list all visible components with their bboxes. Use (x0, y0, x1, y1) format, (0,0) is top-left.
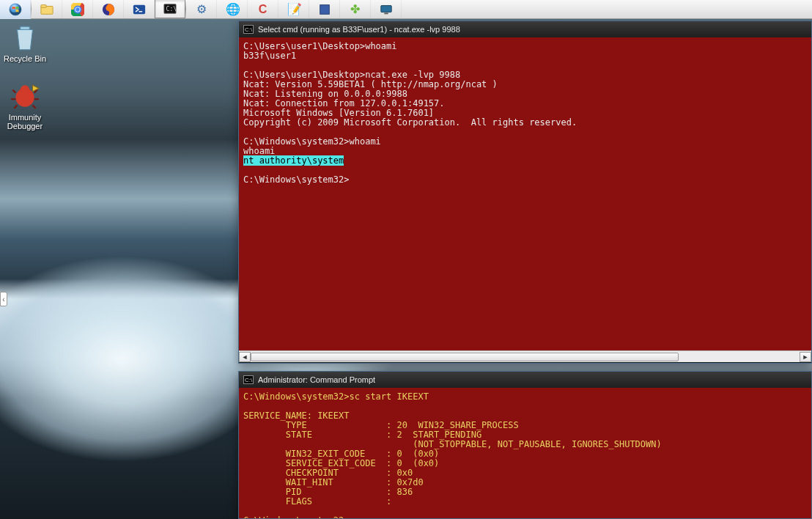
term-line: whoami (243, 146, 275, 156)
immunity-debugger[interactable]: Immunity Debugger (0, 81, 51, 130)
taskbar-monitor[interactable] (371, 0, 402, 18)
term-line: C:\Windows\system32> (243, 174, 350, 185)
term-line: Ncat: Listening on 0.0.0.0:9988 (243, 89, 407, 99)
svg-point-8 (75, 7, 79, 11)
term-line: TYPE : 20 WIN32_SHARE_PROCESS (243, 420, 519, 430)
ncat-title: Select cmd (running as B33F\user1) - nca… (258, 25, 460, 34)
term-line: CHECKPOINT : 0x0 (243, 468, 413, 478)
admin-terminal[interactable]: C:\Windows\system32>sc start IKEEXT SERV… (239, 388, 811, 518)
term-line: Ncat: Connection from 127.0.0.1:49157. (243, 98, 445, 108)
ccleaner-icon: C (256, 3, 270, 16)
taskbar-chrome[interactable] (62, 0, 93, 18)
taskbar-notepad[interactable]: 📝 (278, 0, 309, 18)
term-line: FLAGS : (243, 496, 391, 507)
term-line: PID : 836 (243, 487, 413, 497)
globe-icon: 🌐 (226, 3, 239, 16)
immunity-debugger-icon (10, 81, 40, 111)
cmd-window-icon: C:\ (243, 25, 254, 34)
left-edge-handle[interactable]: ‹ (0, 292, 7, 306)
term-line: WAIT_HINT : 0x7d0 (243, 477, 424, 487)
svg-rect-15 (384, 12, 388, 14)
ncat-titlebar[interactable]: C:\ Select cmd (running as B33F\user1) -… (239, 21, 811, 37)
scroll-right-button[interactable]: ► (800, 352, 811, 362)
term-line: Ncat: Version 5.59BETA1 ( http://nmap.or… (243, 79, 498, 89)
svg-rect-2 (40, 4, 45, 7)
term-line: SERVICE_EXIT_CODE : 0 (0x0) (243, 458, 439, 468)
term-line: SERVICE_NAME: IKEEXT (243, 411, 350, 421)
svg-point-18 (21, 85, 30, 95)
scroll-track[interactable] (251, 352, 800, 362)
admin-cmd-window[interactable]: C:\ Administrator: Command Prompt C:\Win… (238, 371, 812, 519)
term-line: Copyright (c) 2009 Microsoft Corporation… (243, 117, 577, 128)
cmd-window-icon: C:\ (243, 375, 254, 384)
file-explorer-icon (40, 3, 53, 16)
scroll-left-button[interactable]: ◄ (239, 352, 251, 362)
ncat-terminal[interactable]: C:\Users\user1\Desktop>whoami b33f\user1… (239, 37, 811, 350)
term-line: b33f\user1 (243, 51, 296, 61)
taskbar-clover[interactable]: ✤ (340, 0, 371, 18)
term-line: C:\Users\user1\Desktop>ncat.exe -lvp 998… (243, 70, 460, 80)
immunity-debugger-label: Immunity Debugger (0, 113, 51, 130)
term-line: C:\Windows\system32>whoami (243, 136, 381, 147)
svg-point-0 (9, 4, 21, 15)
start-button[interactable] (0, 0, 31, 19)
notepad-icon: 📝 (287, 3, 300, 16)
tools-icon: ⚙ (195, 3, 208, 16)
cmd-icon: C:\ (163, 2, 177, 15)
powershell-icon (133, 3, 146, 16)
recycle-bin-icon (10, 22, 40, 53)
clover-icon: ✤ (349, 3, 362, 16)
term-line: C:\Windows\system32> (243, 515, 350, 518)
taskbar: C:\ ⚙ 🌐 C 📝 ✤ (0, 0, 812, 19)
svg-rect-14 (380, 5, 391, 12)
firefox-icon (102, 3, 115, 16)
ncat-window[interactable]: C:\ Select cmd (running as B33F\user1) -… (238, 21, 812, 364)
admin-title: Administrator: Command Prompt (258, 375, 375, 384)
scroll-thumb[interactable] (251, 353, 679, 361)
taskbar-powershell[interactable] (124, 0, 155, 18)
app-icon-blue (318, 3, 331, 16)
taskbar-ccleaner[interactable]: C (248, 0, 278, 18)
taskbar-file-explorer[interactable] (32, 0, 62, 18)
taskbar-cmd[interactable]: C:\ (155, 0, 185, 18)
svg-rect-16 (21, 26, 30, 29)
taskbar-app-blue[interactable] (309, 0, 340, 18)
windows-orb-icon (9, 3, 22, 16)
svg-text:C:\: C:\ (166, 5, 177, 12)
term-line: Microsoft Windows [Version 6.1.7601] (243, 108, 434, 118)
taskbar-tools[interactable]: ⚙ (186, 0, 217, 18)
taskbar-firefox[interactable] (93, 0, 124, 18)
recycle-bin-label: Recycle Bin (4, 54, 46, 63)
horizontal-scrollbar[interactable]: ◄ ► (239, 350, 811, 362)
taskbar-globe[interactable]: 🌐 (217, 0, 248, 18)
svg-rect-13 (320, 4, 329, 14)
term-line: C:\Users\user1\Desktop>whoami (243, 41, 397, 51)
term-line: (NOT_STOPPABLE, NOT_PAUSABLE, IGNORES_SH… (243, 439, 662, 449)
term-line: STATE : 2 START_PENDING (243, 430, 481, 440)
monitor-icon (380, 3, 393, 16)
recycle-bin[interactable]: Recycle Bin (0, 22, 51, 63)
term-line: C:\Windows\system32>sc start IKEEXT (243, 391, 429, 402)
admin-titlebar[interactable]: C:\ Administrator: Command Prompt (239, 372, 811, 388)
chrome-icon (71, 3, 84, 16)
term-line: WIN32_EXIT_CODE : 0 (0x0) (243, 449, 439, 459)
term-line-selected: nt authority\system (243, 155, 344, 166)
